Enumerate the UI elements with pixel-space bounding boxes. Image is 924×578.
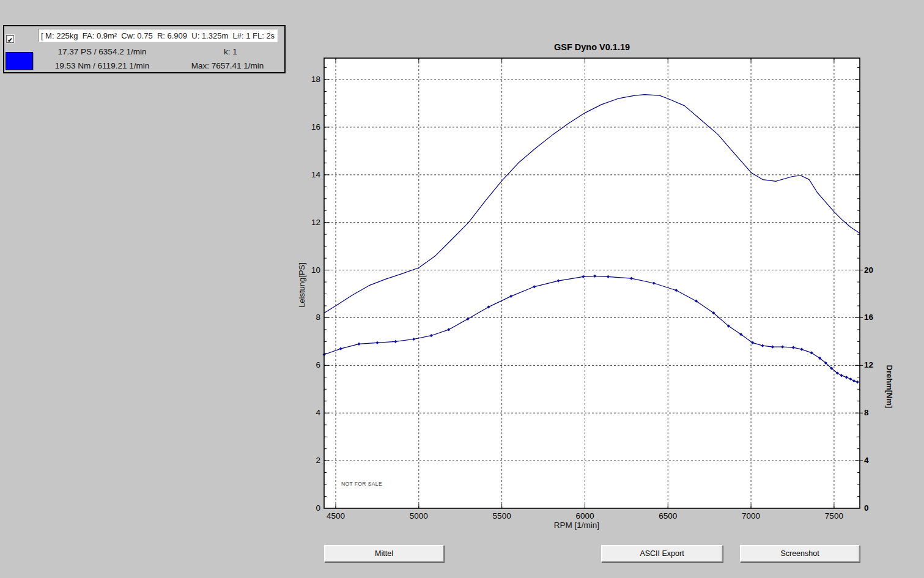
y-axis-right-label: Drehm[Nm]	[885, 365, 894, 409]
checkmark-icon: ✔	[7, 37, 12, 43]
y-left-tick-label: 16	[302, 122, 320, 132]
y-left-tick-label: 4	[302, 408, 320, 417]
chart-title: GSF Dyno V0.1.19	[324, 42, 860, 52]
y-right-tick-label: 16	[864, 313, 873, 322]
y-axis-left-label: Leistung[PS]	[297, 262, 306, 308]
y-left-tick-label: 6	[302, 360, 320, 369]
x-tick-label: 5500	[484, 511, 520, 521]
y-left-tick-label: 2	[302, 456, 320, 465]
y-left-tick-label: 18	[302, 75, 320, 84]
y-left-tick-label: 12	[302, 218, 320, 227]
y-right-tick-label: 8	[864, 408, 869, 417]
dyno-chart-canvas	[0, 0, 924, 578]
screenshot-button[interactable]: Screenshot	[740, 545, 860, 562]
watermark-text: NOT FOR SALE	[341, 481, 382, 487]
x-tick-label: 6500	[649, 511, 686, 521]
y-right-tick-label: 4	[864, 456, 869, 465]
rpm-max-text: Max: 7657.41 1/min	[176, 61, 279, 70]
ascii-export-button[interactable]: ASCII Export	[601, 545, 723, 562]
x-tick-label: 7500	[816, 511, 852, 521]
torque-peak-text: 19.53 Nm / 6119.21 1/min	[17, 61, 188, 70]
y-right-tick-label: 0	[864, 503, 869, 513]
x-tick-label: 7000	[733, 511, 769, 521]
x-tick-label: 4500	[317, 511, 354, 521]
y-right-tick-label: 12	[864, 360, 873, 369]
y-right-tick-label: 20	[864, 265, 873, 275]
x-axis-label: RPM [1/min]	[523, 521, 630, 530]
series-visible-checkbox[interactable]: ✔	[6, 35, 14, 43]
info-panel: ✔ 17.37 PS / 6354.2 1/min k: 1 19.53 Nm …	[3, 25, 286, 73]
k-value-text: k: 1	[206, 47, 255, 56]
x-tick-label: 6000	[566, 511, 603, 521]
x-tick-label: 5000	[401, 511, 437, 521]
y-left-tick-label: 8	[302, 313, 320, 322]
params-field[interactable]	[38, 29, 278, 42]
power-peak-text: 17.37 PS / 6354.2 1/min	[17, 47, 188, 56]
y-left-tick-label: 14	[302, 170, 320, 179]
mittel-button[interactable]: Mittel	[324, 545, 444, 562]
y-left-tick-label: 0	[302, 503, 320, 513]
